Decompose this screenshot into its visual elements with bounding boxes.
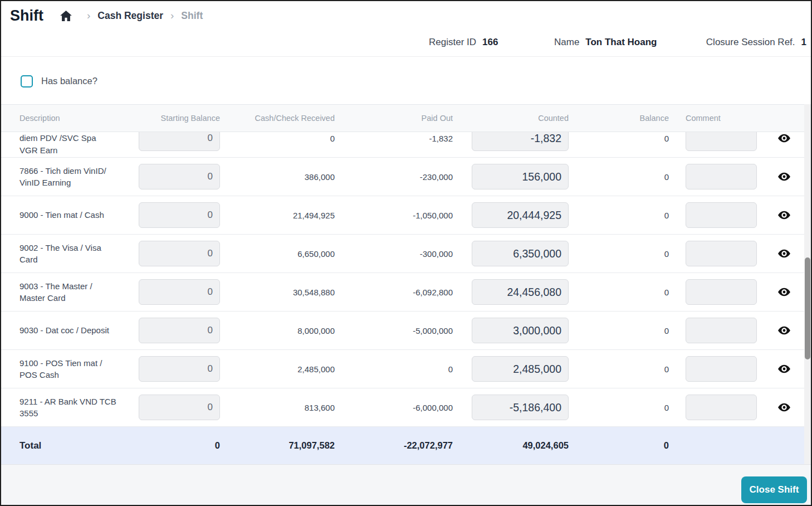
eye-icon[interactable] — [778, 364, 790, 373]
comment-input[interactable] — [686, 318, 757, 343]
starting-balance-input[interactable] — [139, 356, 220, 382]
total-received: 71,097,582 — [220, 440, 335, 451]
comment-input[interactable] — [686, 395, 757, 420]
starting-balance-input[interactable] — [139, 132, 220, 151]
table-row: 9030 - Dat coc / Deposit 8,000,000 -5,00… — [1, 312, 811, 350]
counted-input[interactable] — [472, 132, 569, 151]
total-counted: 49,024,605 — [453, 440, 569, 451]
col-header-paid-out: Paid Out — [335, 114, 453, 123]
table-row: 9100 - POS Tien mat / POS Cash 2,485,000… — [1, 350, 811, 388]
cell-received: 21,494,925 — [220, 211, 335, 220]
starting-balance-input[interactable] — [139, 241, 220, 266]
total-balance: 0 — [569, 440, 669, 451]
table-scrollbar-thumb[interactable] — [805, 257, 810, 359]
cell-received: 30,548,880 — [220, 288, 335, 297]
has-balance-section: Has balance? — [1, 57, 811, 104]
home-icon[interactable] — [60, 11, 72, 21]
breadcrumb-separator: › — [170, 9, 174, 22]
eye-icon[interactable] — [778, 134, 790, 143]
cell-balance: 0 — [569, 326, 669, 335]
starting-balance-input[interactable] — [139, 202, 220, 228]
register-id-value: 166 — [482, 37, 498, 48]
breadcrumb-separator: › — [87, 9, 90, 22]
comment-input[interactable] — [686, 279, 757, 305]
starting-balance-input[interactable] — [139, 164, 220, 189]
has-balance-checkbox[interactable] — [21, 75, 33, 87]
table-row: 7866 - Tich diem VinID/ VinID Earning 38… — [1, 158, 811, 196]
closure-ref-group: Closure Session Ref. 1 — [706, 37, 806, 48]
table-header-row: Description Starting Balance Cash/Check … — [1, 104, 811, 132]
cell-balance: 0 — [569, 288, 669, 297]
table-row: 9002 - The Visa / Visa Card 6,650,000 -3… — [1, 235, 811, 273]
app-window: Shift › Cash Register › Shift Register I… — [0, 0, 812, 506]
page-title: Shift — [10, 7, 43, 25]
cell-paid-out: -1,832 — [335, 134, 453, 143]
starting-balance-input[interactable] — [139, 318, 220, 343]
topbar: Shift › Cash Register › Shift — [1, 1, 811, 30]
eye-icon[interactable] — [778, 211, 790, 220]
breadcrumb-cash-register[interactable]: Cash Register — [97, 10, 163, 22]
counted-input[interactable] — [472, 279, 569, 305]
name-label: Name — [554, 37, 579, 48]
col-header-starting-balance: Starting Balance — [139, 114, 220, 123]
col-header-balance: Balance — [569, 114, 669, 123]
cell-balance: 0 — [569, 249, 669, 259]
comment-input[interactable] — [686, 202, 757, 228]
table-row: 9000 - Tien mat / Cash 21,494,925 -1,050… — [1, 196, 811, 235]
counted-input[interactable] — [472, 356, 569, 382]
total-row: Total 0 71,097,582 -22,072,977 49,024,60… — [1, 427, 811, 464]
name-group: Name Ton That Hoang — [554, 37, 657, 48]
counted-input[interactable] — [472, 164, 569, 189]
eye-icon[interactable] — [778, 249, 790, 258]
row-description: 9211 - AR Bank VND TCB 3555 — [19, 396, 139, 420]
starting-balance-input[interactable] — [139, 395, 220, 420]
register-id-label: Register ID — [429, 37, 476, 48]
closure-ref-label: Closure Session Ref. — [706, 37, 795, 48]
cell-received: 0 — [220, 134, 335, 143]
session-info-bar: Register ID 166 Name Ton That Hoang Clos… — [1, 30, 811, 57]
row-description: 7726 - SVC Spa Tich diem PDV /SVC Spa VG… — [19, 132, 139, 156]
counted-input[interactable] — [472, 395, 569, 420]
comment-input[interactable] — [686, 241, 757, 266]
counted-input[interactable] — [472, 241, 569, 266]
comment-input[interactable] — [686, 356, 757, 382]
col-header-comment: Comment — [669, 114, 757, 123]
comment-input[interactable] — [686, 132, 757, 151]
table-row: 9003 - The Master / Master Card 30,548,8… — [1, 273, 811, 312]
eye-icon[interactable] — [778, 288, 790, 296]
has-balance-label: Has balance? — [41, 76, 97, 86]
cell-received: 8,000,000 — [220, 326, 335, 335]
eye-icon[interactable] — [778, 326, 790, 335]
breadcrumb-shift: Shift — [181, 10, 203, 22]
total-label: Total — [19, 440, 139, 451]
cell-paid-out: -300,000 — [335, 249, 453, 259]
cell-paid-out: -230,000 — [335, 172, 453, 182]
cell-balance: 0 — [569, 172, 669, 182]
footer-bar: Close Shift — [1, 464, 811, 505]
cell-paid-out: -6,092,800 — [335, 288, 453, 297]
cell-received: 386,000 — [220, 172, 335, 182]
row-description: 9100 - POS Tien mat / POS Cash — [19, 357, 139, 381]
cell-paid-out: -1,050,000 — [335, 211, 453, 220]
close-shift-button[interactable]: Close Shift — [741, 476, 807, 503]
cell-balance: 0 — [569, 134, 669, 143]
col-header-counted: Counted — [453, 114, 569, 123]
table-row: 9211 - AR Bank VND TCB 3555 813,600 -6,0… — [1, 388, 811, 427]
total-starting-balance: 0 — [139, 440, 220, 451]
eye-icon[interactable] — [778, 172, 790, 181]
cell-balance: 0 — [569, 211, 669, 220]
cell-paid-out: -5,000,000 — [335, 326, 453, 335]
row-description: 9000 - Tien mat / Cash — [19, 209, 139, 221]
row-description: 9003 - The Master / Master Card — [19, 280, 139, 304]
cell-received: 6,650,000 — [220, 249, 335, 259]
total-paid-out: -22,072,977 — [335, 440, 453, 451]
comment-input[interactable] — [686, 164, 757, 189]
counted-input[interactable] — [472, 202, 569, 228]
counted-input[interactable] — [472, 318, 569, 343]
starting-balance-input[interactable] — [139, 279, 220, 305]
col-header-description: Description — [19, 114, 139, 123]
eye-icon[interactable] — [778, 403, 790, 412]
cell-paid-out: -6,000,000 — [335, 403, 453, 412]
cell-paid-out: 0 — [335, 364, 453, 374]
table-row: 7726 - SVC Spa Tich diem PDV /SVC Spa VG… — [1, 132, 811, 158]
